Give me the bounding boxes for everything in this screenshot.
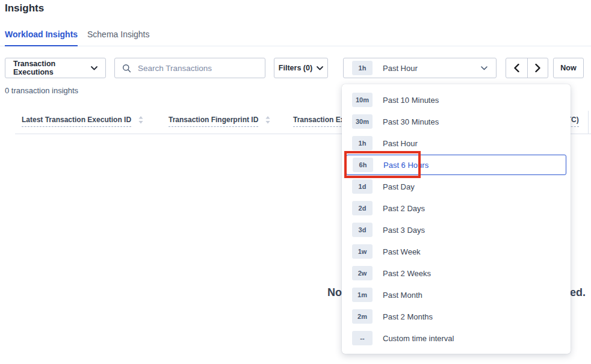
time-interval-option[interactable]: 2m Past 2 Months bbox=[342, 306, 571, 327]
chevron-down-icon bbox=[481, 66, 487, 70]
page-title: Insights bbox=[5, 2, 44, 14]
table-header-column-divider bbox=[588, 111, 589, 134]
chevron-left-icon bbox=[514, 64, 519, 72]
time-option-label: Past Month bbox=[383, 291, 422, 300]
time-option-badge: 1m bbox=[352, 288, 373, 302]
previous-interval-button[interactable] bbox=[506, 58, 527, 78]
time-interval-option[interactable]: 1h Past Hour bbox=[342, 132, 571, 154]
time-option-badge: 2w bbox=[352, 266, 373, 280]
workload-type-label: Transaction Executions bbox=[13, 60, 91, 76]
filters-label: Filters (0) bbox=[279, 64, 312, 72]
time-interval-option[interactable]: 2d Past 2 Days bbox=[342, 197, 571, 219]
time-option-label: Past Week bbox=[383, 247, 421, 256]
time-interval-option[interactable]: 6h Past 6 Hours bbox=[346, 155, 566, 175]
chevron-down-icon bbox=[91, 66, 97, 70]
time-interval-option[interactable]: 2w Past 2 Weeks bbox=[342, 262, 571, 284]
now-button[interactable]: Now bbox=[553, 58, 584, 78]
time-option-badge: 2d bbox=[352, 201, 373, 215]
column-header-latest-transaction-execution-id[interactable]: Latest Transaction Execution ID bbox=[22, 116, 143, 127]
time-interval-select[interactable]: 1h Past Hour bbox=[343, 58, 497, 78]
column-header-label: Latest Transaction Execution ID bbox=[22, 116, 131, 127]
time-option-label: Past Day bbox=[383, 182, 415, 191]
time-interval-label: Past Hour bbox=[383, 64, 418, 73]
search-icon bbox=[122, 64, 131, 73]
time-option-label: Past 3 Days bbox=[383, 226, 425, 235]
time-option-label: Past 6 Hours bbox=[383, 161, 429, 170]
now-label: Now bbox=[560, 64, 576, 72]
time-option-badge: 1h bbox=[352, 136, 373, 150]
time-option-badge: 2m bbox=[352, 309, 373, 324]
time-option-badge: 3d bbox=[352, 223, 373, 237]
time-option-label: Past Hour bbox=[383, 139, 418, 148]
time-pager bbox=[506, 58, 548, 78]
workload-type-select[interactable]: Transaction Executions bbox=[5, 58, 106, 78]
tab-workload-insights[interactable]: Workload Insights bbox=[5, 29, 78, 46]
search-input[interactable] bbox=[137, 63, 258, 73]
time-option-badge: -- bbox=[352, 331, 373, 345]
time-interval-option[interactable]: 30m Past 30 Minutes bbox=[342, 111, 571, 132]
time-interval-option[interactable]: 1m Past Month bbox=[342, 284, 571, 306]
chevron-down-icon bbox=[317, 66, 323, 70]
column-header-transaction-execution-truncated[interactable]: Transaction Ex bbox=[293, 116, 344, 127]
results-count: 0 transaction insights bbox=[5, 86, 78, 95]
time-option-label: Past 2 Months bbox=[383, 312, 433, 321]
sort-icon[interactable] bbox=[265, 116, 270, 124]
search-box bbox=[114, 58, 265, 78]
time-option-badge: 1w bbox=[352, 244, 373, 259]
tab-bar: Workload Insights Schema Insights bbox=[0, 28, 591, 46]
time-option-badge: 1d bbox=[352, 179, 373, 194]
time-interval-option[interactable]: 1d Past Day bbox=[342, 176, 571, 197]
time-interval-option[interactable]: 3d Past 3 Days bbox=[342, 219, 571, 241]
time-option-badge: 6h bbox=[353, 158, 373, 172]
time-option-badge: 30m bbox=[352, 114, 373, 129]
next-interval-button[interactable] bbox=[527, 58, 548, 78]
time-option-badge: 10m bbox=[352, 93, 373, 107]
column-header-transaction-fingerprint-id[interactable]: Transaction Fingerprint ID bbox=[169, 116, 270, 127]
column-header-label: Transaction Fingerprint ID bbox=[169, 116, 258, 127]
time-interval-dropdown: 10m Past 10 Minutes 30m Past 30 Minutes … bbox=[342, 84, 571, 354]
time-interval-option[interactable]: -- Custom time interval bbox=[342, 327, 571, 349]
time-interval-badge: 1h bbox=[352, 61, 373, 75]
time-interval-option[interactable]: 10m Past 10 Minutes bbox=[342, 89, 571, 111]
time-option-label: Past 30 Minutes bbox=[383, 117, 439, 126]
time-option-label: Custom time interval bbox=[383, 334, 454, 343]
filters-button[interactable]: Filters (0) bbox=[274, 58, 328, 78]
time-option-label: Past 2 Days bbox=[383, 204, 425, 213]
time-interval-option[interactable]: 1w Past Week bbox=[342, 241, 571, 262]
time-option-label: Past 2 Weeks bbox=[383, 269, 431, 278]
time-option-label: Past 10 Minutes bbox=[383, 96, 439, 105]
chevron-right-icon bbox=[535, 64, 540, 72]
column-header-label: Transaction Ex bbox=[293, 116, 344, 127]
tab-schema-insights[interactable]: Schema Insights bbox=[87, 29, 150, 46]
sort-icon[interactable] bbox=[138, 116, 143, 124]
